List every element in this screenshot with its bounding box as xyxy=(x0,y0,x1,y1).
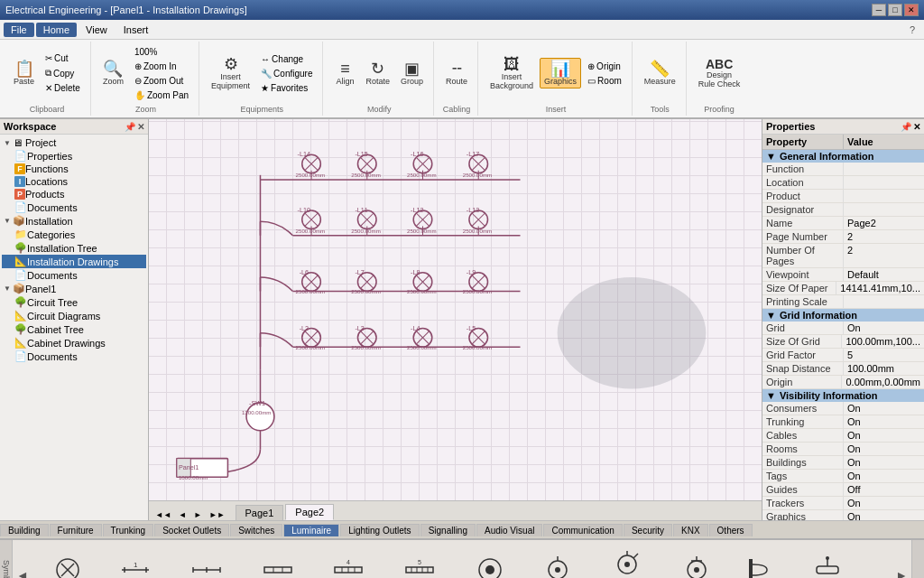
prop-key: Name xyxy=(762,217,844,229)
help-button[interactable]: ? xyxy=(904,23,920,37)
cut-button[interactable]: ✂ Cut xyxy=(41,51,85,65)
symbol-item-walllight[interactable]: Wall Light xyxy=(731,547,794,578)
tree-item-project[interactable]: ▼🖥Project xyxy=(2,136,146,149)
nav-next-button[interactable]: ► xyxy=(191,509,205,520)
zoom-in-button[interactable]: ⊕ Zoom In xyxy=(130,60,193,73)
bottom-tab-switches[interactable]: Switches xyxy=(230,524,282,536)
menu-view[interactable]: View xyxy=(79,23,115,37)
copy-button[interactable]: ⧉ Copy xyxy=(41,66,85,80)
tree-item-functions[interactable]: FFunctions xyxy=(2,163,146,175)
zoom-out-button[interactable]: ⊖ Zoom Out xyxy=(130,74,193,88)
graphics-button[interactable]: 📊 Graphics xyxy=(540,58,581,89)
symbol-item-selfcontained[interactable]: Self Contained xyxy=(456,547,524,578)
svg-text:1: 1 xyxy=(134,561,138,569)
properties-pin-button[interactable]: 📌 xyxy=(901,122,911,132)
room-button[interactable]: ▭ Room xyxy=(583,74,626,88)
tree-item-circuit-diagrams[interactable]: 📐Circuit Diagrams xyxy=(2,309,146,322)
align-button[interactable]: ≡ Align xyxy=(330,58,359,89)
tree-item-panel1[interactable]: ▼📦Panel1 xyxy=(2,282,146,295)
measure-button[interactable]: 📏 Measure xyxy=(640,58,680,89)
insert-equipment-button[interactable]: ⚙ InsertEquipment xyxy=(207,53,254,93)
nav-last-button[interactable]: ►► xyxy=(207,509,228,520)
bottom-tab-building[interactable]: Building xyxy=(0,524,49,536)
circuit-diagram: -L14 2500.00mm -L15 2500.00mm -L16 2500. xyxy=(149,119,762,500)
nav-first-button[interactable]: ◄◄ xyxy=(152,509,174,520)
symbols-prev-button[interactable]: ◄ xyxy=(14,568,31,578)
bottom-tab-furniture[interactable]: Furniture xyxy=(50,524,102,536)
workspace-tree: ▼🖥Project📄PropertiesFFunctionsILocations… xyxy=(0,135,148,520)
restore-button[interactable]: □ xyxy=(888,4,902,16)
symbol-item-projectorspot[interactable]: Projector with Spot xyxy=(591,542,663,578)
change-button[interactable]: ↔ Change xyxy=(256,52,317,66)
drc-button[interactable]: ABC DesignRule Check xyxy=(694,55,745,91)
bottom-tab-audio-visual[interactable]: Audio Visual xyxy=(476,524,542,536)
tree-item-products[interactable]: PProducts xyxy=(2,188,146,200)
workspace-pin-button[interactable]: 📌 xyxy=(125,122,135,132)
bottom-tab-signalling[interactable]: Signalling xyxy=(420,524,476,536)
bottom-tab-trunking[interactable]: Trunking xyxy=(103,524,154,536)
symbols-next-button[interactable]: ► xyxy=(893,568,910,578)
menu-insert[interactable]: Insert xyxy=(116,23,156,37)
zoom-button[interactable]: 🔍 Zoom xyxy=(98,58,128,89)
menu-file[interactable]: File xyxy=(4,23,34,37)
bottom-tab-lighting-outlets[interactable]: Lighting Outlets xyxy=(340,524,420,536)
symbol-item-lum1[interactable]: 1Luminaire for 1 xyxy=(101,547,171,578)
symbol-item-lum3[interactable]: Luminaire for 3 xyxy=(243,547,312,578)
svg-point-141 xyxy=(694,567,699,573)
origin-button[interactable]: ⊕ Origin xyxy=(583,60,626,73)
prop-section-general-information[interactable]: ▼General Information xyxy=(762,150,924,163)
prop-val: On xyxy=(844,415,924,428)
nav-prev-button[interactable]: ◄ xyxy=(176,509,189,520)
symbol-item-lum2[interactable]: Luminaire for 2 xyxy=(172,547,242,578)
symbol-item-projector[interactable]: Projector xyxy=(526,547,589,578)
symbol-item-lamp[interactable]: Lamp xyxy=(36,547,99,578)
symbol-item-projectorwith[interactable]: Projector with xyxy=(665,547,729,578)
symbol-item-lum5[interactable]: 5Luminaire for 5 xyxy=(385,547,455,578)
tree-item-cabinet-drawings[interactable]: 📐Cabinet Drawings xyxy=(2,336,146,350)
insert-bg-button[interactable]: 🖼 InsertBackground xyxy=(485,53,538,93)
menu-home[interactable]: Home xyxy=(36,23,77,37)
route-button[interactable]: ╌ Route xyxy=(441,58,472,89)
group-button[interactable]: ▣ Group xyxy=(396,58,428,89)
bottom-tab-luminaire[interactable]: Luminaire xyxy=(283,524,339,536)
symbols-next-nav: ► xyxy=(892,540,911,578)
tree-item-installation[interactable]: ▼📦Installation xyxy=(2,214,146,228)
bottom-tab-others[interactable]: Others xyxy=(709,524,753,536)
tree-item-documents[interactable]: 📄Documents xyxy=(2,200,146,214)
bottom-tab-knx[interactable]: KNX xyxy=(673,524,708,536)
insert-col: ⊕ Origin ▭ Room xyxy=(583,60,626,88)
zoom-100-button[interactable]: 100% xyxy=(130,45,193,59)
configure-button[interactable]: 🔧 Configure xyxy=(256,67,317,80)
favorites-button[interactable]: ★ Favorites xyxy=(256,81,317,95)
zoom-pan-button[interactable]: ✋ Zoom Pan xyxy=(130,89,193,102)
prop-key: Size Of Paper xyxy=(762,282,836,294)
tree-item-cabinet-tree[interactable]: 🌳Cabinet Tree xyxy=(2,322,146,336)
paste-button[interactable]: 📋 Paste xyxy=(9,58,39,89)
tree-item-installation-tree[interactable]: 🌳Installation Tree xyxy=(2,241,146,255)
bottom-tab-communication[interactable]: Communication xyxy=(543,524,622,536)
tree-item-locations[interactable]: ILocations xyxy=(2,175,146,188)
tab-page2[interactable]: Page2 xyxy=(285,504,334,520)
canvas-area: -L14 2500.00mm -L15 2500.00mm -L16 2500. xyxy=(149,119,762,520)
bottom-tab-socket-outlets[interactable]: Socket Outlets xyxy=(154,524,229,536)
tree-item-documents[interactable]: 📄Documents xyxy=(2,268,146,282)
prop-section-visibility-information[interactable]: ▼Visibility Information xyxy=(762,389,924,402)
tree-item-documents[interactable]: 📄Documents xyxy=(2,350,146,363)
tab-page1[interactable]: Page1 xyxy=(236,505,284,520)
symbol-item-tubelight[interactable]: Tube Light xyxy=(796,547,859,578)
tree-item-installation-drawings[interactable]: 📐Installation Drawings xyxy=(2,255,146,268)
tree-item-circuit-tree[interactable]: 🌳Circuit Tree xyxy=(2,295,146,309)
tree-item-categories[interactable]: 📁Categories xyxy=(2,228,146,241)
workspace-close-button[interactable]: ✕ xyxy=(137,122,144,132)
close-button[interactable]: ✕ xyxy=(904,4,919,16)
canvas-scroll[interactable]: -L14 2500.00mm -L15 2500.00mm -L16 2500. xyxy=(149,119,762,500)
delete-button[interactable]: ✕ Delete xyxy=(41,81,85,95)
properties-close-button[interactable]: ✕ xyxy=(913,122,920,132)
bottom-tab-security[interactable]: Security xyxy=(624,524,672,536)
rotate-button[interactable]: ↻ Rotate xyxy=(361,58,394,89)
minimize-button[interactable]: ─ xyxy=(872,4,886,16)
prop-section-grid-information[interactable]: ▼Grid Information xyxy=(762,309,924,322)
tree-item-properties[interactable]: 📄Properties xyxy=(2,149,146,163)
symbol-item-lum4[interactable]: 4Luminaire for 4 xyxy=(314,547,383,578)
prop-row-snap-distance: Snap Distance100.00mm xyxy=(762,362,924,376)
